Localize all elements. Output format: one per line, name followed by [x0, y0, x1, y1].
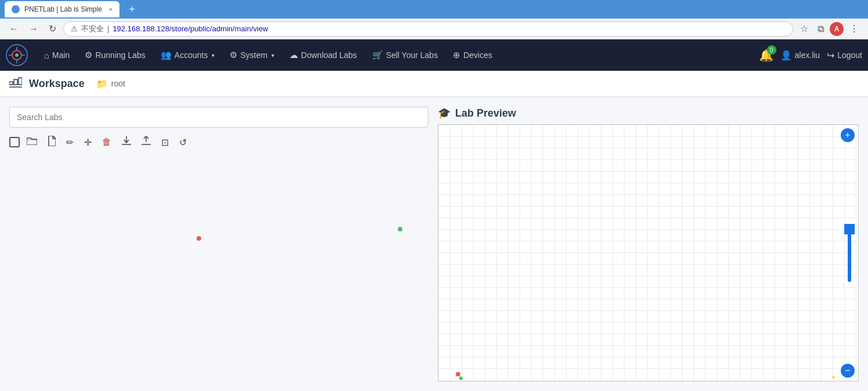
browser-controls: ← → ↻ ⚠ 不安全 | 192.168.188.128/store/publ…: [0, 19, 868, 39]
download-labs-label: Download Labs: [301, 50, 357, 60]
browser-titlebar: PNETLab | Lab is Simple × +: [0, 0, 868, 19]
canvas-dot-1: [398, 227, 402, 231]
search-input[interactable]: [9, 107, 428, 128]
security-warning-icon: ⚠: [71, 24, 78, 33]
running-labs-label: Running Labs: [95, 50, 145, 60]
nav-logout[interactable]: ↪ Logout: [827, 50, 862, 61]
system-label: System: [240, 50, 267, 60]
download-button[interactable]: [118, 134, 135, 150]
browser-chrome: PNETLab | Lab is Simple × + ← → ↻ ⚠ 不安全 …: [0, 0, 868, 39]
back-button[interactable]: ←: [6, 21, 22, 37]
devices-icon: ⊕: [453, 50, 460, 60]
navbar: ⌂ Main ⚙ Running Labs 👥 Accounts ▾ ⚙ Sys…: [0, 39, 868, 71]
nav-item-download-labs[interactable]: ☁ Download Labs: [282, 46, 364, 64]
system-icon: ⚙: [230, 50, 237, 60]
workspace-header: Workspace 📁 root: [0, 71, 868, 97]
logout-label: Logout: [837, 50, 862, 60]
sell-labs-icon: 🛒: [372, 50, 383, 60]
right-panel: 🎓 Lab Preview + −: [438, 97, 868, 391]
preview-title: Lab Preview: [455, 107, 516, 120]
breadcrumb-label: root: [111, 79, 125, 88]
bell-badge: 0: [767, 45, 776, 55]
security-warning-text: 不安全: [81, 24, 104, 34]
zoom-out-button[interactable]: −: [841, 364, 855, 378]
canvas-dot-0: [197, 236, 201, 241]
svg-rect-8: [14, 79, 17, 85]
nav-item-devices[interactable]: ⊕ Devices: [446, 46, 499, 64]
sell-labs-label: Sell Your Labs: [386, 50, 438, 60]
notification-bell[interactable]: 🔔 0: [759, 48, 773, 62]
main-content: ✏ ✛ 🗑 ⊡ ↺ 🎓 Lab Preview: [0, 97, 868, 391]
browser-menu-button[interactable]: ⋮: [846, 21, 862, 37]
preview-dot-yellow: [832, 376, 835, 379]
address-bar[interactable]: ⚠ 不安全 | 192.168.188.128/store/public/adm…: [63, 21, 793, 37]
browser-actions: ☆ ⧉ A ⋮: [797, 21, 862, 37]
browser-tab[interactable]: PNETLab | Lab is Simple ×: [5, 1, 119, 17]
nav-item-sell-labs[interactable]: 🛒 Sell Your Labs: [365, 46, 445, 64]
logout-icon: ↪: [827, 50, 834, 61]
nav-right: 🔔 0 👤 alex.liu ↪ Logout: [759, 48, 862, 62]
main-label: Main: [52, 50, 70, 60]
nav-items: ⌂ Main ⚙ Running Labs 👥 Accounts ▾ ⚙ Sys…: [37, 46, 759, 64]
delete-button[interactable]: 🗑: [99, 135, 115, 150]
breadcrumb: 📁 root: [96, 78, 125, 89]
new-tab-button[interactable]: +: [124, 3, 140, 16]
nav-user[interactable]: 👤 alex.liu: [780, 50, 820, 61]
toolbar: ✏ ✛ 🗑 ⊡ ↺: [9, 133, 428, 151]
refresh-button[interactable]: ↻: [45, 21, 60, 37]
refresh-button[interactable]: ↺: [176, 135, 190, 150]
home-icon: ⌂: [44, 50, 49, 60]
forward-button[interactable]: →: [26, 21, 42, 37]
tab-favicon: [12, 5, 20, 13]
svg-rect-7: [9, 82, 13, 85]
app: ⌂ Main ⚙ Running Labs 👥 Accounts ▾ ⚙ Sys…: [0, 39, 868, 391]
workspace-icon: [9, 77, 22, 91]
user-icon: 👤: [780, 50, 792, 61]
select-all-checkbox[interactable]: [9, 137, 20, 147]
svg-rect-9: [19, 78, 22, 85]
preview-canvas: + −: [438, 124, 859, 382]
preview-header: 🎓 Lab Preview: [438, 107, 859, 120]
url-display: 192.168.188.128/store/public/admin/main/…: [112, 24, 268, 33]
devices-label: Devices: [463, 50, 492, 60]
preview-scrollbar[interactable]: [848, 224, 851, 282]
running-labs-icon: ⚙: [85, 50, 92, 60]
left-panel: ✏ ✛ 🗑 ⊡ ↺: [0, 97, 438, 391]
svg-point-2: [15, 53, 19, 57]
copy-button[interactable]: ⊡: [158, 135, 172, 150]
tab-title: PNETLab | Lab is Simple: [24, 5, 102, 13]
workspace-title: Workspace: [29, 78, 85, 90]
nav-item-running-labs[interactable]: ⚙ Running Labs: [78, 46, 152, 64]
extensions-button[interactable]: ⧉: [814, 21, 827, 37]
nav-item-accounts[interactable]: 👥 Accounts ▾: [154, 46, 222, 64]
nav-item-main[interactable]: ⌂ Main: [37, 47, 77, 64]
url-text: |: [107, 24, 109, 33]
open-folder-button[interactable]: [23, 135, 41, 150]
edit-button[interactable]: ✏: [63, 135, 77, 150]
download-labs-icon: ☁: [289, 50, 298, 60]
user-label: alex.liu: [795, 50, 820, 60]
accounts-label: Accounts: [175, 50, 208, 60]
tab-close-button[interactable]: ×: [109, 6, 112, 13]
browser-user-avatar[interactable]: A: [830, 22, 844, 36]
system-caret-icon: ▾: [271, 52, 274, 59]
accounts-caret-icon: ▾: [212, 52, 215, 59]
upload-button[interactable]: [138, 134, 154, 150]
canvas-area: [9, 157, 428, 382]
nav-logo[interactable]: [6, 44, 28, 66]
preview-icon: 🎓: [438, 107, 451, 120]
new-file-button[interactable]: [44, 133, 59, 151]
bookmark-button[interactable]: ☆: [797, 21, 812, 37]
add-button[interactable]: ✛: [81, 135, 95, 150]
grid-background: [438, 125, 858, 381]
nav-item-system[interactable]: ⚙ System ▾: [223, 46, 281, 64]
scrollbar-thumb: [844, 224, 855, 234]
zoom-in-button[interactable]: +: [841, 128, 855, 142]
preview-dot-red: [456, 372, 460, 376]
preview-dot-green: [459, 376, 463, 380]
folder-icon: 📁: [96, 78, 108, 89]
accounts-icon: 👥: [161, 50, 172, 60]
